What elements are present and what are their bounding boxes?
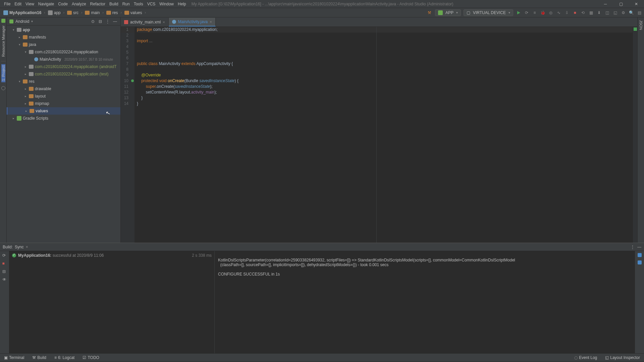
menu-run[interactable]: Run	[120, 0, 132, 8]
build-tool[interactable]: ⚒Build	[31, 355, 48, 360]
project-tree[interactable]: ▾app ▸manifests ▾java ▾com.c201801020224…	[7, 25, 120, 243]
tree-app[interactable]: ▾app	[7, 26, 120, 34]
tree-res[interactable]: ▾res	[7, 78, 120, 85]
editor-scrollbar[interactable]	[633, 27, 637, 243]
android-view-icon	[9, 19, 13, 23]
chevron-down-icon[interactable]: ▾	[31, 19, 33, 23]
filter-icon[interactable]: ⊟	[2, 269, 7, 274]
folder-icon	[85, 11, 90, 15]
package-icon	[29, 65, 34, 69]
build-result-row[interactable]: MyApplication16: successful at 2020/8/9 …	[12, 253, 212, 258]
event-log-tool[interactable]: ◌Event Log	[573, 355, 598, 360]
device-selector[interactable]: ▢ VIRTUAL DEVICE ▾	[464, 9, 513, 16]
folder-icon	[23, 79, 28, 83]
build-sync-tab[interactable]: Sync	[15, 245, 24, 249]
breadcrumb-values[interactable]: values	[123, 10, 144, 15]
resource-manager-button[interactable]: ◫	[604, 10, 610, 15]
menu-vcs[interactable]: VCS	[145, 0, 158, 8]
tree-gradle[interactable]: ▸Gradle Scripts	[7, 115, 120, 122]
menu-code[interactable]: Code	[56, 0, 70, 8]
menu-edit[interactable]: Edit	[12, 0, 23, 8]
build-console[interactable]: KotlinDslScriptsParameter(correlationId=…	[215, 251, 635, 353]
close-tab-icon[interactable]: ×	[210, 20, 212, 24]
menu-navigate[interactable]: Navigate	[36, 0, 56, 8]
tree-layout[interactable]: ▸layout	[7, 93, 120, 100]
window-minimize[interactable]: ─	[598, 0, 613, 8]
right-margin-line	[376, 27, 377, 243]
select-opened-file-icon[interactable]: ⊙	[90, 19, 96, 24]
window-close[interactable]: ✕	[629, 0, 644, 8]
menu-help[interactable]: Help	[176, 0, 188, 8]
menu-window[interactable]: Window	[157, 0, 176, 8]
tab-main-activity-java[interactable]: MainActivity.java ×	[169, 18, 216, 26]
resource-manager-stripe-icon[interactable]	[1, 19, 5, 23]
tree-drawable[interactable]: ▸drawable	[7, 85, 120, 93]
run-button[interactable]	[516, 10, 521, 15]
scroll-to-end-icon[interactable]	[638, 260, 642, 264]
settings-button[interactable]: ⚙	[621, 10, 626, 15]
menu-view[interactable]: View	[23, 0, 36, 8]
make-project-icon[interactable]: ⚒	[427, 10, 432, 15]
menu-build[interactable]: Build	[107, 0, 120, 8]
breadcrumb-main[interactable]: main	[84, 10, 101, 15]
layout-inspector-tool[interactable]: ◱Layout Inspector	[604, 355, 641, 360]
menu-analyze[interactable]: Analyze	[70, 0, 88, 8]
attach-debugger-button[interactable]: ⇩	[564, 10, 570, 15]
sync-gradle-button[interactable]: ⟲	[580, 10, 586, 15]
stop-icon[interactable]: ■	[2, 261, 7, 266]
debug-button[interactable]: 🐞	[540, 10, 545, 15]
window-title-path: My Application [G:\02\MyApplication16] -…	[188, 2, 642, 6]
profiler-button[interactable]: ∿	[556, 10, 561, 15]
hide-icon[interactable]: —	[112, 19, 118, 24]
project-view-mode[interactable]: Android	[15, 19, 29, 24]
logcat-tool[interactable]: ≡6: Logcat	[53, 355, 76, 360]
tree-mipmap[interactable]: ▸mipmap	[7, 100, 120, 107]
window-maximize[interactable]: ▢	[613, 0, 629, 8]
sdk-manager-button[interactable]: ⬇	[596, 10, 602, 15]
tree-main-activity[interactable]: MainActivity2020/8/9 10:57, 357 B 10 min…	[7, 56, 120, 63]
breadcrumb-res[interactable]: res	[105, 10, 119, 15]
tree-pkg1[interactable]: ▾com.c201801020224.myapplication	[7, 48, 120, 56]
layout-inspector-button[interactable]: ◱	[612, 10, 618, 15]
breadcrumb-app[interactable]: app	[47, 10, 62, 15]
tab-activity-main-xml[interactable]: activity_main.xml ×	[121, 18, 169, 26]
terminal-tool[interactable]: ▣Terminal	[3, 355, 25, 360]
run-config-selector[interactable]: APP ▾	[435, 9, 461, 16]
search-everywhere-button[interactable]: 🔍	[629, 10, 634, 15]
coverage-button[interactable]: ◎	[548, 10, 553, 15]
breadcrumb-project[interactable]: MyApplication16	[2, 10, 43, 15]
tree-java[interactable]: ▾java	[7, 41, 120, 48]
menu-tools[interactable]: Tools	[132, 0, 145, 8]
resource-manager-tool[interactable]: Resource Manager	[1, 24, 5, 58]
project-tool[interactable]: 1: Project	[1, 64, 5, 82]
tree-manifests[interactable]: ▸manifests	[7, 34, 120, 41]
breadcrumb-src[interactable]: src	[66, 10, 80, 15]
package-icon	[29, 50, 34, 54]
restart-icon[interactable]: ⟳	[2, 253, 7, 258]
menu-refactor[interactable]: Refactor	[88, 0, 107, 8]
soft-wrap-icon[interactable]	[638, 253, 642, 257]
tool-windows-button[interactable]: ▤	[637, 10, 642, 15]
hide-icon[interactable]: —	[637, 245, 641, 249]
folder-icon	[23, 43, 28, 47]
tree-pkg3[interactable]: ▸com.c201801020224.myapplication (test)	[7, 70, 120, 78]
code-editor[interactable]: package com.c201801020224.myapplication;…	[135, 27, 633, 243]
stop-button[interactable]: ■	[572, 10, 578, 15]
json-tool[interactable]: JSON	[639, 19, 643, 31]
settings-icon[interactable]: ⋮	[105, 19, 110, 24]
commander-icon[interactable]	[1, 86, 5, 90]
tree-pkg2[interactable]: ▸com.c201801020224.myapplication (androi…	[7, 63, 120, 70]
apply-changes-button[interactable]: ⟳	[524, 10, 529, 15]
todo-tool[interactable]: ☑TODO	[81, 355, 100, 360]
event-log-icon: ◌	[574, 355, 578, 360]
close-tab-icon[interactable]: ×	[163, 20, 165, 24]
toggle-view-icon[interactable]: 👁	[2, 277, 7, 282]
menu-file[interactable]: File	[2, 0, 12, 8]
line-number-gutter[interactable]: 1 2 3 4 5 6 7 8 9 10 11 12 13 14	[121, 27, 135, 243]
apply-code-changes-button[interactable]: ≡	[532, 10, 537, 15]
tree-values[interactable]: ▸values	[7, 107, 120, 115]
close-icon[interactable]: ×	[26, 245, 28, 249]
avd-manager-button[interactable]: ▦	[588, 10, 594, 15]
collapse-all-icon[interactable]: ⊟	[98, 19, 103, 24]
settings-icon[interactable]: ⋮	[631, 245, 635, 249]
